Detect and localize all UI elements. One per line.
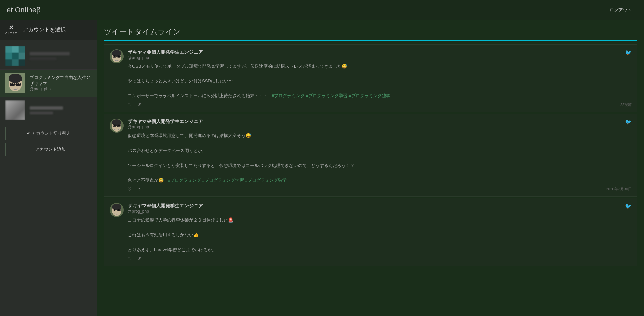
close-x-icon: ✕	[9, 25, 14, 31]
overlay-title: アカウントを選択	[23, 26, 66, 34]
tweet-card-3: ザキヤマ＠個人開発学生エンジニア @prog_php 🐦 コロナの影響で大学の春…	[104, 198, 637, 266]
retweet-button-3[interactable]: ↺	[137, 256, 141, 261]
timeline-divider	[104, 40, 637, 41]
account-info-1	[30, 52, 92, 60]
svg-point-34	[114, 125, 116, 127]
tweet-username-2: ザキヤマ＠個人開発学生エンジニア	[128, 119, 203, 125]
tweet-avatar-2	[110, 119, 124, 133]
main-content: ツイートタイムライン ザキヤ	[97, 20, 644, 316]
tweet-face-svg-1	[110, 49, 124, 63]
tweet-footer-2: ♡ ↺ 2020年3月30日	[128, 187, 632, 192]
like-button-2[interactable]: ♡	[128, 187, 132, 192]
tweet-header-1: ザキヤマ＠個人開発学生エンジニア @prog_php 🐦	[128, 49, 632, 62]
account-list: プログラミングで自由な人生＠ザキヤマ @prog_php	[0, 40, 97, 127]
twitter-icon-3: 🐦	[625, 203, 632, 209]
tweet-header-2: ザキヤマ＠個人開発学生エンジニア @prog_php 🐦	[128, 119, 632, 131]
overlay-switch-button[interactable]: ✔ アカウント切り替え	[5, 127, 92, 140]
tweet-avatar-3	[110, 203, 124, 217]
svg-rect-14	[9, 78, 22, 81]
svg-point-35	[118, 125, 120, 127]
tweet-handle-1: @prog_php	[128, 55, 203, 60]
tweet-user-info-3: ザキヤマ＠個人開発学生エンジニア @prog_php	[128, 203, 203, 216]
account-avatar-1	[5, 46, 25, 66]
tweet-text-2: 仮想環境と本番環境用意して、開発進めるのは結構大変そう😅 パス合わせとかデータベ…	[128, 132, 632, 184]
title-text: et Online	[7, 6, 36, 14]
tweet-footer-1: ♡ ↺ 22視聴	[128, 102, 632, 107]
svg-point-27	[118, 56, 120, 57]
tweet-face-svg-2	[110, 119, 124, 133]
beta-badge: β	[36, 6, 41, 14]
tweet-handle-3: @prog_php	[128, 209, 203, 214]
tweet-body-1: ザキヤマ＠個人開発学生エンジニア @prog_php 🐦 今USBメモリ使ってポ…	[128, 49, 632, 107]
tweet-body-2: ザキヤマ＠個人開発学生エンジニア @prog_php 🐦 仮想環境と本番環境用意…	[128, 119, 632, 192]
account-info-3	[30, 106, 92, 114]
tweet-header-3: ザキヤマ＠個人開発学生エンジニア @prog_php 🐦	[128, 203, 632, 216]
account-name-2: プログラミングで自由な人生＠ザキヤマ	[30, 75, 92, 87]
tweet-card-2: ザキヤマ＠個人開発学生エンジニア @prog_php 🐦 仮想環境と本番環境用意…	[104, 114, 637, 197]
like-button-1[interactable]: ♡	[128, 102, 132, 107]
tweet-card-1: ザキヤマ＠個人開発学生エンジニア @prog_php 🐦 今USBメモリ使ってポ…	[104, 44, 637, 112]
tweet-handle-2: @prog_php	[128, 125, 203, 129]
account-info-2: プログラミングで自由な人生＠ザキヤマ @prog_php	[30, 75, 92, 91]
like-button-3[interactable]: ♡	[128, 256, 132, 261]
tweet-hashtag-link-1[interactable]: #プログラミング #プログラミング学習 #プログラミング独学	[267, 93, 390, 98]
account-face-svg	[5, 73, 25, 93]
tweet-username-1: ザキヤマ＠個人開発学生エンジニア	[128, 49, 203, 55]
retweet-button-2[interactable]: ↺	[137, 187, 141, 192]
account-item-1[interactable]	[0, 43, 97, 70]
tweet-face-svg-3	[110, 203, 124, 217]
tweet-user-info-2: ザキヤマ＠個人開発学生エンジニア @prog_php	[128, 119, 203, 131]
retweet-button-1[interactable]: ↺	[137, 102, 141, 107]
app-header: et Onlineβ ログアウト	[0, 0, 644, 20]
account-handle-2: @prog_php	[30, 87, 92, 91]
overlay-header: ✕ CLOSE アカウントを選択	[0, 20, 97, 40]
svg-point-18	[11, 83, 14, 85]
tweet-footer-3: ♡ ↺	[128, 256, 632, 261]
svg-point-43	[118, 209, 120, 211]
close-label: CLOSE	[5, 31, 17, 35]
app-title: et Onlineβ	[7, 6, 41, 14]
timeline-title: ツイートタイムライン	[104, 20, 637, 40]
account-selector-overlay: ✕ CLOSE アカウントを選択	[0, 20, 97, 316]
account-item-3[interactable]	[0, 97, 97, 124]
tweet-date-1: 22視聴	[620, 102, 632, 107]
svg-point-19	[17, 83, 20, 85]
logout-button[interactable]: ログアウト	[604, 5, 637, 15]
account-avatar-3	[5, 100, 25, 120]
svg-point-42	[114, 209, 116, 211]
twitter-icon-2: 🐦	[625, 119, 632, 125]
account-item-2[interactable]: プログラミングで自由な人生＠ザキヤマ @prog_php	[0, 70, 97, 97]
tweet-user-info-1: ザキヤマ＠個人開発学生エンジニア @prog_php	[128, 49, 203, 62]
overlay-add-button[interactable]: + アカウント追加	[5, 143, 92, 156]
tweet-avatar-1	[110, 49, 124, 63]
close-button[interactable]: ✕ CLOSE	[5, 25, 17, 35]
account-avatar-2	[5, 73, 25, 93]
twitter-icon-1: 🐦	[625, 49, 632, 56]
tweet-username-3: ザキヤマ＠個人開発学生エンジニア	[128, 203, 203, 209]
main-layout: プログラミングで自由な人生＠ザキヤマ @prog_php ✔ アカウント切り替え…	[0, 20, 644, 316]
overlay-actions: ✔ アカウント切り替え + アカウント追加	[0, 127, 97, 159]
tweet-hashtag-link-2[interactable]: #プログラミング #プログラミング学習 #プログラミング独学	[164, 178, 287, 183]
tweet-body-3: ザキヤマ＠個人開発学生エンジニア @prog_php 🐦 コロナの影響で大学の春…	[128, 203, 632, 261]
svg-point-26	[114, 56, 116, 57]
tweet-date-2: 2020年3月30日	[606, 187, 632, 192]
tweet-text-1: 今USBメモリ使ってポータブル環境で開発＆学習してますが、伝送速度的に結構ストレ…	[128, 63, 632, 100]
tweet-text-3: コロナの影響で大学の春季休業が２０日伸びました🚨 これはもう有効活用するしかない…	[128, 216, 632, 253]
